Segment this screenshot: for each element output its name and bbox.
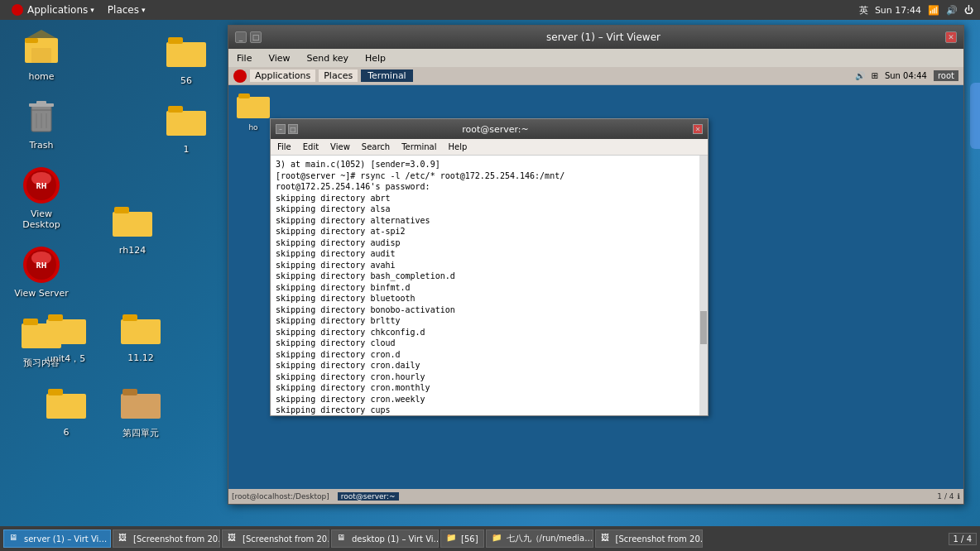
taskbar-screenshot2-label: [Screenshot from 20… — [243, 534, 329, 544]
vm-title: server (1) – Virt Viewer — [262, 31, 945, 43]
vm-window: _ □ server (1) – Virt Viewer ✕ File View… — [228, 25, 964, 505]
terminal-body[interactable]: 3) at main.c(1052) [sender=3.0.9] [root@… — [271, 156, 708, 415]
terminal-menu-terminal[interactable]: Terminal — [398, 142, 440, 151]
folder-6-icon — [46, 384, 86, 424]
view-desktop-label: View Desktop — [12, 208, 71, 230]
vm-menu-sendkey[interactable]: Send key — [302, 52, 353, 65]
vm-status-bar: [root@localhost:/Desktop] root@server:~ … — [228, 489, 963, 504]
taskbar-screenshot2[interactable]: 🖼 [Screenshot from 20… — [222, 529, 329, 548]
terminal-titlebar: – □ root@server:~ ✕ — [271, 119, 708, 139]
taskbar-screenshot3[interactable]: 🖼 [Screenshot from 20… — [595, 529, 703, 548]
taskbar-folder56-label: [56] — [461, 534, 478, 544]
desktop-icons-col2: 56 1 — [153, 29, 219, 158]
vm-inner-places[interactable]: Places — [319, 69, 358, 82]
folder-unit45-item[interactable]: unit4，5 — [33, 306, 99, 368]
folder-6-item[interactable]: 6 — [33, 381, 99, 443]
desktop-icons-row2: unit4，5 11.12 — [33, 306, 174, 368]
view-server-item[interactable]: RH View Server — [8, 242, 74, 302]
taskbar-desktop-virt[interactable]: 🖥 desktop (1) – Virt Vi… — [331, 529, 439, 548]
places-menu[interactable]: Places ▾ — [103, 4, 151, 16]
taskbar-screenshot1-label: [Screenshot from 20… — [133, 534, 220, 544]
svg-rect-23 — [166, 111, 206, 136]
folder-1-item[interactable]: 1 — [153, 98, 219, 158]
folder-56-item[interactable]: 56 — [153, 29, 219, 89]
taskbar-screenshot1[interactable]: 🖼 [Screenshot from 20… — [113, 529, 220, 548]
volume-icon: 🔊 — [946, 5, 958, 16]
power-icon[interactable]: ⏻ — [964, 5, 973, 16]
desktop-icons-row3: 6 第四單元 — [33, 381, 174, 443]
places-arrow: ▾ — [142, 6, 146, 14]
svg-rect-26 — [114, 207, 129, 213]
svg-text:RH: RH — [36, 183, 47, 190]
applications-menu[interactable]: Applications ▾ — [7, 4, 99, 16]
taskbar-folder56[interactable]: 📁 [56] — [440, 529, 484, 548]
svg-rect-10 — [36, 101, 46, 104]
svg-rect-35 — [237, 97, 270, 118]
folder-1112-item[interactable]: 11.12 — [108, 306, 174, 368]
folder-1-icon — [166, 101, 206, 141]
terminal-menu-search[interactable]: Search — [358, 142, 393, 151]
vm-user-label: root — [934, 70, 958, 81]
svg-rect-24 — [168, 106, 183, 113]
svg-rect-36 — [238, 93, 250, 98]
vm-inner-terminal-tab[interactable]: Terminal — [361, 69, 413, 82]
view-server-label: View Server — [14, 288, 69, 299]
taskbar-desktop-virt-label: desktop (1) – Virt Vi… — [352, 534, 439, 544]
terminal-menu-help[interactable]: Help — [444, 142, 470, 151]
taskbar-screenshot3-label: [Screenshot from 20… — [616, 534, 703, 544]
terminal-minimize-btn[interactable]: – — [276, 124, 286, 134]
vm-inner-applications[interactable]: Applications — [250, 69, 315, 82]
vm-datetime: Sun 04:44 — [885, 71, 927, 80]
applications-arrow: ▾ — [90, 6, 94, 14]
svg-rect-22 — [168, 37, 183, 44]
folder-1112-icon — [121, 309, 161, 349]
vm-desktop-area: ho – □ root@server:~ ✕ — [228, 85, 963, 504]
terminal-menu-file[interactable]: File — [274, 142, 295, 151]
vm-menu-help[interactable]: Help — [360, 52, 391, 65]
terminal-content: 3) at main.c(1052) [sender=3.0.9] [root@… — [276, 159, 703, 415]
vm-window-buttons: _ □ — [235, 31, 262, 43]
taskbar-right: 1 / 4 — [949, 533, 977, 545]
taskbar-qibajiuu[interactable]: 📁 七八九（/run/media… — [486, 529, 593, 548]
vm-close-buttons: ✕ — [945, 31, 957, 43]
vm-volume-icon: 🔊 — [855, 71, 865, 80]
taskbar-pager[interactable]: 1 / 4 — [949, 533, 977, 545]
terminal-title: root@server:~ — [298, 124, 693, 135]
view-desktop-item[interactable]: RH View Desktop — [8, 162, 74, 233]
lang-indicator[interactable]: 英 — [859, 4, 868, 17]
terminal-scrollbar[interactable] — [699, 156, 708, 415]
vm-maximize-btn[interactable]: □ — [250, 31, 262, 43]
taskbar-virt-viewer[interactable]: 🖥 server (1) – Virt Vi… — [3, 529, 111, 548]
terminal-menu-view[interactable]: View — [327, 142, 353, 151]
home-folder-icon — [22, 28, 61, 68]
terminal-close-btn[interactable]: ✕ — [693, 124, 703, 134]
vm-page-indicator: 1 / 4 — [937, 492, 954, 501]
terminal-window-buttons: – □ — [276, 124, 298, 134]
vm-close-btn[interactable]: ✕ — [945, 31, 957, 43]
terminal-scrollbar-thumb — [700, 311, 707, 344]
vm-menu-file[interactable]: File — [232, 52, 257, 65]
home-icon-item[interactable]: home — [8, 25, 74, 85]
svg-rect-29 — [121, 319, 161, 344]
taskbar-qibajiuu-label: 七八九（/run/media… — [507, 533, 593, 544]
blue-accent-bar — [970, 83, 980, 149]
view-desktop-icon: RH — [22, 165, 61, 205]
folder-4thunit-item[interactable]: 第四單元 — [108, 381, 174, 443]
svg-rect-34 — [122, 389, 137, 395]
svg-marker-3 — [26, 30, 56, 38]
vm-inner-panel: Applications Places Terminal 🔊 ⊞ Sun 04:… — [228, 67, 963, 85]
folder-1-label: 1 — [184, 144, 190, 155]
terminal-maximize-btn[interactable]: □ — [288, 124, 298, 134]
vm-minimize-btn[interactable]: _ — [235, 31, 247, 43]
terminal-menu-edit[interactable]: Edit — [300, 142, 322, 151]
desktop-icons-col3: rh124 — [99, 199, 166, 259]
folder-4thunit-icon — [121, 384, 161, 424]
vm-menu-view[interactable]: View — [263, 52, 295, 65]
vm-folder-icon[interactable]: ho — [237, 92, 270, 132]
folder-rh124-label: rh124 — [119, 245, 146, 256]
trash-icon-item[interactable]: Trash — [8, 93, 74, 154]
svg-rect-28 — [48, 314, 63, 321]
folder-rh124-item[interactable]: rh124 — [99, 199, 166, 259]
vm-titlebar: _ □ server (1) – Virt Viewer ✕ — [228, 26, 963, 49]
taskbar: 🖥 server (1) – Virt Vi… 🖼 [Screenshot fr… — [0, 526, 980, 551]
